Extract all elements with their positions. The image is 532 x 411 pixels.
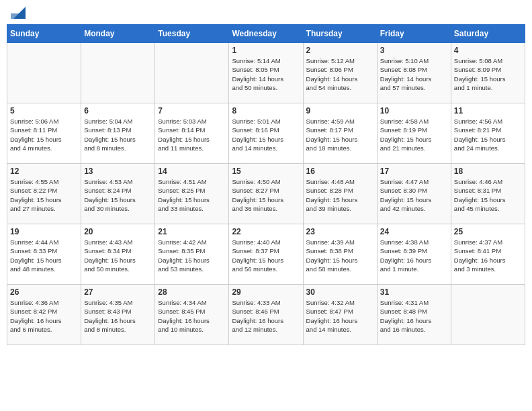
week-row-1: 1Sunrise: 5:14 AMSunset: 8:05 PMDaylight…: [7, 43, 525, 103]
cell-info: Sunrise: 5:12 AMSunset: 8:06 PMDaylight:…: [306, 56, 374, 92]
cell-info: Sunrise: 4:51 AMSunset: 8:25 PMDaylight:…: [158, 177, 226, 213]
day-number: 18: [454, 167, 522, 176]
calendar-cell: 21Sunrise: 4:42 AMSunset: 8:35 PMDayligh…: [155, 224, 229, 285]
calendar-cell: 18Sunrise: 4:46 AMSunset: 8:31 PMDayligh…: [451, 164, 525, 224]
calendar-cell: 1Sunrise: 5:14 AMSunset: 8:05 PMDaylight…: [229, 43, 303, 103]
day-number: 8: [232, 106, 300, 116]
calendar-cell: 15Sunrise: 4:50 AMSunset: 8:27 PMDayligh…: [229, 164, 303, 224]
day-number: 26: [10, 287, 78, 297]
cell-info: Sunrise: 5:03 AMSunset: 8:14 PMDaylight:…: [158, 117, 226, 152]
calendar-cell: 10Sunrise: 4:58 AMSunset: 8:19 PMDayligh…: [377, 103, 451, 164]
calendar-cell: 11Sunrise: 4:56 AMSunset: 8:21 PMDayligh…: [451, 103, 525, 164]
calendar-cell: 13Sunrise: 4:53 AMSunset: 8:24 PMDayligh…: [81, 164, 155, 224]
calendar-cell: 19Sunrise: 4:44 AMSunset: 8:33 PMDayligh…: [7, 224, 81, 285]
day-number: 31: [380, 287, 448, 297]
cell-info: Sunrise: 4:47 AMSunset: 8:30 PMDaylight:…: [380, 177, 448, 213]
day-number: 28: [158, 287, 226, 297]
header-cell-tuesday: Tuesday: [155, 25, 229, 43]
calendar-cell: 20Sunrise: 4:43 AMSunset: 8:34 PMDayligh…: [81, 224, 155, 285]
week-row-2: 5Sunrise: 5:06 AMSunset: 8:11 PMDaylight…: [7, 103, 525, 164]
calendar-cell: 26Sunrise: 4:36 AMSunset: 8:42 PMDayligh…: [7, 285, 81, 345]
calendar-cell: 14Sunrise: 4:51 AMSunset: 8:25 PMDayligh…: [155, 164, 229, 224]
cell-info: Sunrise: 4:42 AMSunset: 8:35 PMDaylight:…: [158, 238, 226, 273]
day-number: 3: [380, 46, 448, 55]
page-header: [7, 7, 525, 19]
day-number: 15: [232, 167, 300, 176]
header-cell-thursday: Thursday: [303, 25, 377, 43]
cell-info: Sunrise: 4:37 AMSunset: 8:41 PMDaylight:…: [454, 238, 522, 273]
cell-info: Sunrise: 4:36 AMSunset: 8:42 PMDaylight:…: [10, 298, 78, 334]
cell-info: Sunrise: 4:38 AMSunset: 8:39 PMDaylight:…: [380, 238, 448, 273]
header-cell-friday: Friday: [377, 25, 451, 43]
cell-info: Sunrise: 5:04 AMSunset: 8:13 PMDaylight:…: [84, 117, 152, 152]
day-number: 19: [10, 227, 78, 236]
cell-info: Sunrise: 4:50 AMSunset: 8:27 PMDaylight:…: [232, 177, 300, 213]
calendar-cell: 22Sunrise: 4:40 AMSunset: 8:37 PMDayligh…: [229, 224, 303, 285]
cell-info: Sunrise: 5:10 AMSunset: 8:08 PMDaylight:…: [380, 56, 448, 92]
header-cell-saturday: Saturday: [451, 25, 525, 43]
cell-info: Sunrise: 5:08 AMSunset: 8:09 PMDaylight:…: [454, 56, 522, 92]
logo-icon: [11, 7, 26, 19]
calendar-cell: 30Sunrise: 4:32 AMSunset: 8:47 PMDayligh…: [303, 285, 377, 345]
calendar-cell: 7Sunrise: 5:03 AMSunset: 8:14 PMDaylight…: [155, 103, 229, 164]
logo: [9, 7, 26, 19]
calendar-cell: [7, 43, 81, 103]
calendar-cell: 29Sunrise: 4:33 AMSunset: 8:46 PMDayligh…: [229, 285, 303, 345]
week-row-3: 12Sunrise: 4:55 AMSunset: 8:22 PMDayligh…: [7, 164, 525, 224]
day-number: 2: [306, 46, 374, 55]
cell-info: Sunrise: 4:55 AMSunset: 8:22 PMDaylight:…: [10, 177, 78, 213]
cell-info: Sunrise: 4:59 AMSunset: 8:17 PMDaylight:…: [306, 117, 374, 152]
day-number: 29: [232, 287, 300, 297]
cell-info: Sunrise: 4:31 AMSunset: 8:48 PMDaylight:…: [380, 298, 448, 334]
day-number: 12: [10, 167, 78, 176]
cell-info: Sunrise: 4:48 AMSunset: 8:28 PMDaylight:…: [306, 177, 374, 213]
cell-info: Sunrise: 4:56 AMSunset: 8:21 PMDaylight:…: [454, 117, 522, 152]
day-number: 23: [306, 227, 374, 236]
calendar-cell: [155, 43, 229, 103]
header-cell-monday: Monday: [81, 25, 155, 43]
day-number: 5: [10, 106, 78, 116]
day-number: 1: [232, 46, 300, 55]
day-number: 24: [380, 227, 448, 236]
calendar-cell: 24Sunrise: 4:38 AMSunset: 8:39 PMDayligh…: [377, 224, 451, 285]
day-number: 10: [380, 106, 448, 116]
calendar-cell: 31Sunrise: 4:31 AMSunset: 8:48 PMDayligh…: [377, 285, 451, 345]
calendar-cell: [81, 43, 155, 103]
day-number: 13: [84, 167, 152, 176]
calendar-cell: 9Sunrise: 4:59 AMSunset: 8:17 PMDaylight…: [303, 103, 377, 164]
cell-info: Sunrise: 4:44 AMSunset: 8:33 PMDaylight:…: [10, 238, 78, 273]
cell-info: Sunrise: 5:06 AMSunset: 8:11 PMDaylight:…: [10, 117, 78, 152]
header-cell-wednesday: Wednesday: [229, 25, 303, 43]
cell-info: Sunrise: 4:53 AMSunset: 8:24 PMDaylight:…: [84, 177, 152, 213]
calendar-cell: 16Sunrise: 4:48 AMSunset: 8:28 PMDayligh…: [303, 164, 377, 224]
svg-marker-1: [11, 13, 20, 19]
day-number: 14: [158, 167, 226, 176]
calendar-cell: 6Sunrise: 5:04 AMSunset: 8:13 PMDaylight…: [81, 103, 155, 164]
cell-info: Sunrise: 4:43 AMSunset: 8:34 PMDaylight:…: [84, 238, 152, 273]
cell-info: Sunrise: 4:46 AMSunset: 8:31 PMDaylight:…: [454, 177, 522, 213]
calendar-cell: 25Sunrise: 4:37 AMSunset: 8:41 PMDayligh…: [451, 224, 525, 285]
cell-info: Sunrise: 5:01 AMSunset: 8:16 PMDaylight:…: [232, 117, 300, 152]
day-number: 17: [380, 167, 448, 176]
calendar-cell: 2Sunrise: 5:12 AMSunset: 8:06 PMDaylight…: [303, 43, 377, 103]
header-row: SundayMondayTuesdayWednesdayThursdayFrid…: [7, 25, 525, 43]
day-number: 21: [158, 227, 226, 236]
header-cell-sunday: Sunday: [7, 25, 81, 43]
cell-info: Sunrise: 4:40 AMSunset: 8:37 PMDaylight:…: [232, 238, 300, 273]
cell-info: Sunrise: 4:39 AMSunset: 8:38 PMDaylight:…: [306, 238, 374, 273]
week-row-5: 26Sunrise: 4:36 AMSunset: 8:42 PMDayligh…: [7, 285, 525, 345]
cell-info: Sunrise: 4:33 AMSunset: 8:46 PMDaylight:…: [232, 298, 300, 334]
calendar-cell: 27Sunrise: 4:35 AMSunset: 8:43 PMDayligh…: [81, 285, 155, 345]
calendar-cell: 17Sunrise: 4:47 AMSunset: 8:30 PMDayligh…: [377, 164, 451, 224]
day-number: 11: [454, 106, 522, 116]
cell-info: Sunrise: 5:14 AMSunset: 8:05 PMDaylight:…: [232, 56, 300, 92]
day-number: 9: [306, 106, 374, 116]
cell-info: Sunrise: 4:58 AMSunset: 8:19 PMDaylight:…: [380, 117, 448, 152]
calendar-cell: 12Sunrise: 4:55 AMSunset: 8:22 PMDayligh…: [7, 164, 81, 224]
calendar-table: SundayMondayTuesdayWednesdayThursdayFrid…: [7, 24, 525, 345]
day-number: 7: [158, 106, 226, 116]
day-number: 30: [306, 287, 374, 297]
day-number: 22: [232, 227, 300, 236]
cell-info: Sunrise: 4:32 AMSunset: 8:47 PMDaylight:…: [306, 298, 374, 334]
day-number: 4: [454, 46, 522, 55]
